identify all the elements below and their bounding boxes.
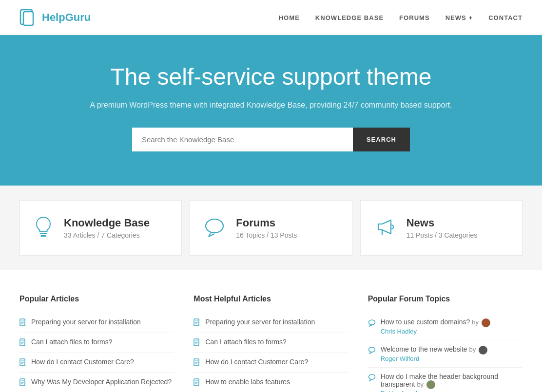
stat-name-news: News — [406, 217, 478, 229]
stat-card-forums[interactable]: Forums 16 Topics / 13 Posts — [190, 200, 352, 256]
forum-topic-title: How to use custom domains? — [381, 318, 470, 326]
doc-icon — [19, 358, 26, 368]
main-nav: HOME KNOWLEDGE BASE FORUMS NEWS + CONTAC… — [279, 13, 523, 22]
bottom-section: Popular Articles Preparing your server f… — [0, 270, 542, 392]
nav-item-contact[interactable]: CONTACT — [488, 13, 523, 22]
article-title: Can I attach files to forms? — [205, 338, 287, 346]
svg-rect-2 — [40, 233, 47, 234]
hero-section: The self-service support theme A premium… — [0, 35, 542, 186]
chat-bubble-icon — [368, 373, 376, 383]
popular-articles-list: Preparing your server for installation C… — [19, 313, 174, 392]
doc-icon — [194, 378, 200, 388]
stat-card-kb[interactable]: Knowledge Base 33 Articles / 7 Categorie… — [19, 200, 182, 256]
lightbulb-icon — [34, 215, 53, 241]
chat-icon — [204, 217, 225, 239]
list-item[interactable]: Can I attach files to forms? — [194, 333, 348, 353]
nav-link-news[interactable]: NEWS + — [445, 14, 473, 21]
forum-topic-title: Welcome to the new website — [381, 345, 467, 353]
forum-author-link[interactable]: Roger Wilford — [381, 355, 419, 362]
search-form: SEARCH — [132, 128, 410, 151]
search-button[interactable]: SEARCH — [353, 128, 410, 151]
svg-rect-1 — [23, 12, 33, 25]
nav-link-forums[interactable]: FORUMS — [399, 14, 430, 21]
forum-topic-content: Welcome to the new website by Roger Wilf… — [381, 345, 487, 362]
doc-icon — [19, 338, 26, 348]
doc-icon — [194, 318, 200, 328]
hero-subheading: A premium WordPress theme with integrate… — [19, 99, 523, 112]
article-title: How do I contact Customer Care? — [31, 358, 134, 366]
nav-list: HOME KNOWLEDGE BASE FORUMS NEWS + CONTAC… — [279, 13, 523, 22]
doc-icon — [194, 358, 200, 368]
nav-item-kb[interactable]: KNOWLEDGE BASE — [315, 13, 384, 22]
list-item[interactable]: How do I make the header background tran… — [368, 368, 523, 392]
stat-name-forums: Forums — [236, 217, 297, 229]
forum-topic-content: How do I make the header background tran… — [381, 373, 523, 392]
forum-topics-list: How to use custom domains? by Chris Hadl… — [368, 313, 523, 392]
stat-detail-news: 11 Posts / 3 Categories — [406, 231, 478, 239]
list-item[interactable]: How do I contact Customer Care? — [194, 353, 348, 373]
logo-icon — [19, 9, 37, 26]
chat-bubble-icon — [368, 319, 376, 328]
list-item[interactable]: How do I contact Customer Care? — [19, 353, 174, 373]
forum-author-link[interactable]: Debby Jonelle — [381, 390, 421, 392]
article-title: Can I attach files to forms? — [31, 338, 113, 346]
logo-text: HelpGuru — [42, 11, 91, 24]
svg-point-46 — [368, 347, 375, 352]
avatar — [426, 380, 435, 389]
logo[interactable]: HelpGuru — [19, 9, 91, 26]
stat-info-kb: Knowledge Base 33 Articles / 7 Categorie… — [64, 217, 150, 239]
list-item[interactable]: Can I attach files to forms? — [19, 333, 174, 353]
stat-info-news: News 11 Posts / 3 Categories — [406, 217, 478, 239]
helpful-articles-heading: Most Helpful Articles — [194, 295, 348, 303]
stats-grid: Knowledge Base 33 Articles / 7 Categorie… — [19, 200, 523, 256]
nav-link-home[interactable]: HOME — [279, 14, 300, 21]
nav-item-home[interactable]: HOME — [279, 13, 300, 22]
helpful-articles-col: Most Helpful Articles Preparing your ser… — [194, 295, 348, 392]
article-title: Preparing your server for installation — [205, 318, 315, 326]
doc-icon — [19, 378, 26, 388]
list-item[interactable]: Welcome to the new website by Roger Wilf… — [368, 340, 523, 368]
list-item[interactable]: How to use custom domains? by Chris Hadl… — [368, 313, 523, 340]
forum-topic-by: by — [472, 318, 490, 326]
stat-detail-forums: 16 Topics / 13 Posts — [236, 231, 297, 239]
forum-topic-content: How to use custom domains? by Chris Hadl… — [381, 318, 490, 335]
stat-info-forums: Forums 16 Topics / 13 Posts — [236, 217, 297, 239]
nav-link-contact[interactable]: CONTACT — [488, 14, 523, 21]
svg-point-47 — [368, 374, 375, 379]
bottom-grid: Popular Articles Preparing your server f… — [19, 295, 523, 392]
nav-link-kb[interactable]: KNOWLEDGE BASE — [315, 14, 384, 21]
stat-card-news[interactable]: News 11 Posts / 3 Categories — [360, 200, 523, 256]
stat-name-kb: Knowledge Base — [64, 217, 150, 229]
popular-articles-heading: Popular Articles — [19, 295, 174, 303]
article-title: How do I contact Customer Care? — [205, 358, 308, 366]
forum-author-link[interactable]: Chris Hadley — [381, 328, 417, 335]
list-item[interactable]: Preparing your server for installation — [194, 313, 348, 333]
site-header: HelpGuru HOME KNOWLEDGE BASE FORUMS NEWS… — [0, 0, 542, 35]
search-input[interactable] — [132, 128, 353, 151]
list-item[interactable]: How to enable labs features — [194, 373, 348, 392]
doc-icon — [194, 338, 200, 348]
forum-topic-by: by — [469, 346, 487, 353]
list-item[interactable]: Why Was My Developer Application Rejecte… — [19, 373, 174, 392]
svg-point-45 — [368, 320, 375, 325]
stat-detail-kb: 33 Articles / 7 Categories — [64, 231, 150, 239]
popular-articles-col: Popular Articles Preparing your server f… — [19, 295, 174, 392]
avatar — [479, 346, 487, 355]
article-title: Why Was My Developer Application Rejecte… — [31, 378, 172, 386]
article-title: Preparing your server for installation — [31, 318, 141, 326]
forum-topic-title: How do I make the header background tran… — [381, 373, 498, 388]
svg-point-4 — [206, 219, 223, 233]
forum-topics-col: Popular Forum Topics How to use custom d… — [368, 295, 523, 392]
chat-bubble-icon — [368, 346, 376, 355]
article-title: How to enable labs features — [205, 378, 290, 386]
nav-item-news[interactable]: NEWS + — [445, 13, 473, 22]
stats-section: Knowledge Base 33 Articles / 7 Categorie… — [0, 186, 542, 270]
list-item[interactable]: Preparing your server for installation — [19, 313, 174, 333]
forum-topics-heading: Popular Forum Topics — [368, 295, 523, 303]
hero-heading: The self-service support theme — [19, 64, 523, 90]
avatar — [482, 318, 490, 327]
svg-rect-3 — [40, 235, 46, 237]
nav-item-forums[interactable]: FORUMS — [399, 13, 430, 22]
helpful-articles-list: Preparing your server for installation C… — [194, 313, 348, 392]
megaphone-icon — [374, 217, 396, 239]
